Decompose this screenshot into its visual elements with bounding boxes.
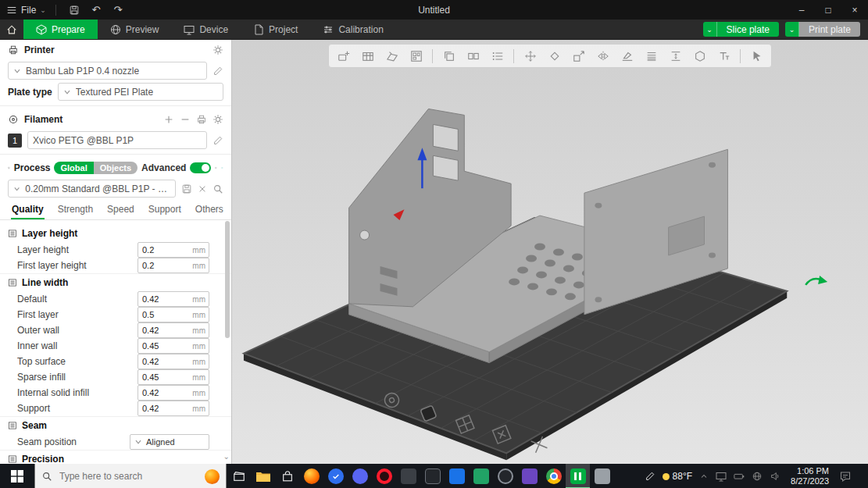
param-input[interactable]: mm [138, 291, 209, 307]
rotate-handle-icon[interactable] [805, 276, 827, 285]
tray-expand-chevron-icon[interactable] [699, 472, 709, 481]
battery-icon[interactable] [734, 471, 745, 482]
param-label: First layer height [17, 260, 138, 271]
taskbar-app-generic-purple[interactable] [517, 464, 541, 488]
taskbar-app-firefox[interactable] [299, 464, 323, 488]
advanced-toggle-switch[interactable] [190, 162, 211, 173]
tab-speed[interactable]: Speed [100, 199, 141, 219]
minimize-button[interactable]: – [788, 0, 815, 20]
global-toggle[interactable]: Global [54, 162, 93, 174]
section-line-width[interactable]: Line width [0, 273, 231, 291]
tab-device[interactable]: Device [171, 20, 241, 39]
calibration-icon [323, 24, 334, 35]
monitor-tray-icon[interactable] [716, 471, 727, 482]
parameter-tabs: Quality Strength Speed Support Others [0, 199, 231, 220]
print-plate-button[interactable]: ⌄ Print plate [785, 22, 860, 37]
viewport-3d[interactable]: Bambu Lab [232, 40, 868, 464]
process-preset-select[interactable]: 0.20mm Standard @BBL P1P - Cubic [8, 180, 176, 198]
param-input[interactable]: mm [138, 385, 209, 401]
print-dropdown-chevron-icon[interactable]: ⌄ [785, 22, 799, 37]
objects-toggle[interactable]: Objects [94, 162, 138, 174]
edit-filament-pencil-icon[interactable] [213, 135, 223, 146]
param-row: Top surface mm [0, 354, 231, 369]
action-center-icon[interactable] [839, 470, 852, 483]
pen-icon[interactable] [645, 471, 655, 482]
tab-calibration[interactable]: Calibration [310, 20, 395, 39]
search-settings-icon[interactable] [213, 183, 223, 194]
tab-preview[interactable]: Preview [98, 20, 172, 39]
param-input[interactable]: mm [138, 258, 209, 273]
edit-printer-pencil-icon[interactable] [213, 66, 223, 77]
param-row: Internal solid infill mm [0, 385, 231, 401]
app-icon [522, 468, 538, 484]
remove-filament-icon[interactable] [180, 114, 191, 125]
slice-dropdown-chevron-icon[interactable]: ⌄ [703, 22, 717, 37]
section-precision[interactable]: Precision [0, 450, 231, 468]
close-icon: × [852, 5, 857, 16]
tab-project[interactable]: Project [241, 20, 310, 39]
section-icon [8, 421, 17, 430]
chevron-down-icon [134, 438, 142, 446]
slice-plate-button[interactable]: ⌄ Slice plate [703, 22, 779, 37]
taskbar-app-store[interactable] [275, 464, 299, 488]
weather-widget[interactable]: 88°F [663, 471, 692, 482]
taskbar-app-verified[interactable] [323, 464, 348, 488]
file-menu[interactable]: File ⌄ [6, 5, 46, 16]
taskbar-app-generic-gray[interactable] [590, 464, 614, 488]
redo-button[interactable]: ↷ [109, 2, 127, 18]
options-list-icon[interactable] [215, 162, 217, 173]
volume-icon[interactable] [770, 471, 780, 482]
search-input[interactable] [58, 470, 199, 483]
scene-3d[interactable]: Bambu Lab [232, 40, 868, 464]
seam-position-select[interactable]: Aligned [130, 434, 209, 450]
sync-filament-icon[interactable] [196, 114, 207, 125]
scroll-down-icon[interactable]: ⌄ [223, 452, 230, 461]
search-highlight-icon[interactable] [205, 469, 220, 484]
param-input[interactable]: mm [138, 354, 209, 369]
taskbar-app-generic-blue[interactable] [445, 464, 469, 488]
tab-support[interactable]: Support [141, 199, 188, 219]
movies-icon [233, 470, 245, 483]
taskbar-app-chrome[interactable] [541, 464, 566, 488]
taskbar-app-generic-1[interactable] [396, 464, 420, 488]
tab-strength[interactable]: Strength [51, 199, 100, 219]
section-layer-height[interactable]: Layer height [0, 225, 231, 242]
filament-preset-select[interactable]: Xvico PETG @BBL P1P [27, 131, 207, 149]
printer-preset-select[interactable]: Bambu Lab P1P 0.4 nozzle [8, 62, 207, 80]
param-input[interactable]: mm [138, 307, 209, 322]
taskbar-app-discord[interactable] [348, 464, 372, 488]
filament-index-badge[interactable]: 1 [8, 134, 22, 148]
sidebar-scrollbar[interactable] [225, 221, 230, 338]
printer-settings-gear-icon[interactable] [213, 45, 223, 55]
taskbar-app-bambu-studio[interactable] [566, 464, 590, 488]
param-label: Default [17, 294, 138, 305]
param-input[interactable]: mm [138, 338, 209, 354]
taskbar-app-generic-ring[interactable] [493, 464, 517, 488]
param-input[interactable]: mm [138, 322, 209, 338]
undo-button[interactable]: ↶ [88, 2, 105, 18]
delete-preset-icon[interactable] [198, 184, 207, 194]
undo-icon: ↶ [91, 4, 100, 16]
add-filament-icon[interactable] [163, 114, 174, 125]
tab-quality[interactable]: Quality [5, 199, 51, 219]
filament-settings-gear-icon[interactable] [213, 114, 223, 125]
taskbar-app-generic-2[interactable] [420, 464, 445, 488]
section-seam[interactable]: Seam [0, 416, 231, 434]
taskbar-app-file-explorer[interactable] [251, 464, 275, 488]
maximize-button[interactable]: □ [815, 0, 841, 20]
home-button[interactable] [0, 20, 23, 39]
param-input[interactable]: mm [138, 242, 209, 258]
close-button[interactable]: × [841, 0, 868, 20]
tab-prepare[interactable]: Prepare [23, 20, 98, 39]
param-input[interactable]: mm [138, 369, 209, 385]
save-preset-icon[interactable] [181, 183, 192, 194]
taskbar-app-generic-green[interactable] [469, 464, 493, 488]
taskbar-app-opera[interactable] [372, 464, 396, 488]
save-button[interactable] [66, 2, 83, 18]
plate-type-select[interactable]: Textured PEI Plate [58, 83, 223, 101]
network-icon[interactable] [752, 471, 763, 482]
clock[interactable]: 1:06 PM 8/27/2023 [788, 466, 832, 486]
param-input[interactable]: mm [138, 401, 209, 416]
magic-wand-icon[interactable] [221, 162, 223, 173]
tab-others[interactable]: Others [188, 199, 230, 219]
